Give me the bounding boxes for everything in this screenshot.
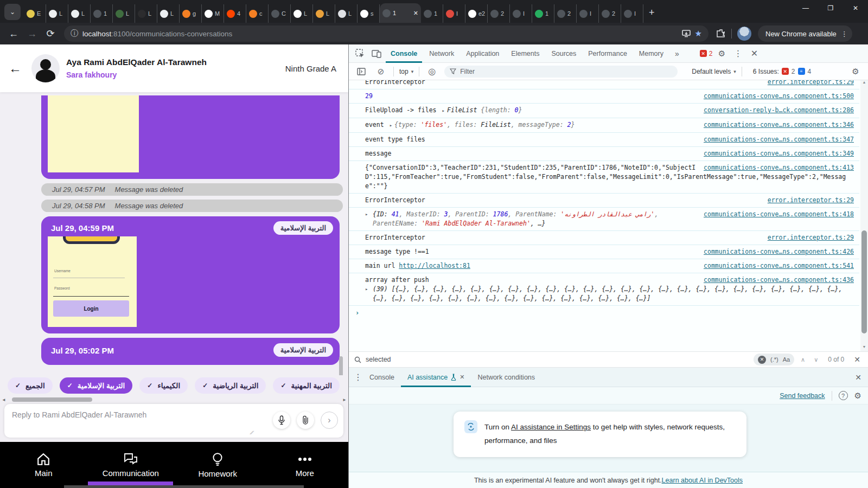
console-prompt-icon[interactable]: › (349, 306, 859, 317)
browser-tab[interactable]: E (24, 4, 46, 23)
source-link[interactable]: communications-conve…ns.component.ts:426 (704, 247, 854, 256)
drawer-tab-network-conditions[interactable]: Network conditions (471, 368, 541, 387)
expander-icon[interactable]: ▸ (390, 123, 392, 128)
browser-tab[interactable]: L (157, 4, 180, 23)
message-bubble[interactable]: Jul 29, 05:02 PM التربية الإسلامية (41, 338, 340, 365)
chip-all[interactable]: ✓الجميع (8, 377, 53, 394)
live-expression-icon[interactable]: ◎ (425, 65, 439, 79)
source-link[interactable]: error.interceptor.ts:29 (768, 80, 854, 87)
console-filter-input[interactable]: Filter (444, 66, 678, 78)
case-toggle[interactable]: Aa (783, 356, 790, 363)
browser-tab[interactable]: 1 (91, 4, 113, 23)
chip-chemistry[interactable]: ✓الكيمياء (139, 377, 188, 394)
chip-vocational-education[interactable]: ✓التربية المهنية (273, 377, 340, 394)
drawer-menu-icon[interactable]: ⋮ (353, 370, 363, 384)
log-levels-dropdown[interactable]: Default levels▾ (692, 68, 736, 75)
message-bubble[interactable] (41, 95, 340, 179)
back-button[interactable]: ← (4, 28, 23, 40)
send-feedback-link[interactable]: Send feedback (780, 392, 825, 400)
devtools-tab-console[interactable]: Console (386, 44, 422, 63)
array-preview[interactable]: ▸(39) [{…}, {…}, {…}, {…}, {…}, {…}, {…}… (365, 285, 854, 303)
devtools-tab-sources[interactable]: Sources (546, 44, 581, 63)
source-link[interactable]: communications-conve…ns.component.ts:413 (704, 163, 854, 172)
browser-tab[interactable]: 1 (532, 4, 554, 23)
learn-about-ai-link[interactable]: Learn about AI in DevTools (662, 477, 743, 484)
url-text[interactable]: localhost:8100/communications-conversati… (82, 30, 678, 38)
context-selector[interactable]: top▾ (399, 68, 413, 75)
devtools-tab-application[interactable]: Application (461, 44, 504, 63)
clear-search-icon[interactable]: ✕ (758, 356, 766, 364)
devtools-settings-icon[interactable]: ⚙ (714, 47, 729, 61)
tab-search-icon[interactable]: ⌄ (4, 4, 21, 20)
devtools-menu-icon[interactable]: ⋮ (731, 47, 745, 61)
console-error-badge[interactable]: ✕ 2 (700, 50, 713, 57)
browser-tab[interactable]: e2 (465, 4, 488, 23)
source-link[interactable]: communications-conve…ns.component.ts:541 (704, 261, 854, 271)
devtools-tab-memory[interactable]: Memory (634, 44, 668, 63)
site-info-icon[interactable]: ⓘ (71, 29, 78, 38)
expander-icon[interactable]: ▸ (365, 210, 368, 219)
browser-tab[interactable]: I (621, 4, 643, 23)
devtools-tab-elements[interactable]: Elements (506, 44, 544, 63)
app-back-icon[interactable]: ← (9, 61, 22, 76)
attachment-image[interactable] (48, 95, 139, 172)
browser-tab[interactable]: L (135, 4, 157, 23)
nav-main[interactable]: Main (0, 442, 87, 488)
browser-tab[interactable]: L (335, 4, 358, 23)
attach-button[interactable] (297, 412, 314, 429)
minimize-button[interactable]: — (793, 0, 818, 16)
scroll-left-icon[interactable]: ◄ (0, 397, 8, 402)
attachment-image-login[interactable]: Username Password Login (48, 236, 137, 327)
browser-tab-active[interactable]: 1✕ (380, 3, 421, 23)
update-chrome-button[interactable]: New Chrome available ⋮ (758, 25, 852, 42)
browser-tab[interactable]: 1 (421, 4, 443, 23)
source-link[interactable]: communications-conve…ns.component.ts:347 (704, 135, 854, 144)
resize-grip-icon[interactable]: ∕∕ (250, 430, 254, 435)
more-tabs-icon[interactable]: » (671, 49, 684, 58)
scroll-up-icon[interactable]: ▲ (863, 80, 866, 87)
devtools-tab-performance[interactable]: Performance (583, 44, 632, 63)
search-next-icon[interactable]: ∨ (812, 356, 820, 363)
chip-physical-education[interactable]: ✓التربية الرياضية (195, 377, 266, 394)
browser-tab[interactable]: g (180, 4, 202, 23)
browser-tab[interactable]: 2 (599, 4, 621, 23)
chips-scrollbar[interactable]: ◄ ► (0, 397, 348, 402)
scroll-right-icon[interactable]: ► (341, 397, 348, 402)
browser-tab[interactable]: 2 (488, 4, 510, 23)
console-sidebar-icon[interactable] (354, 65, 368, 79)
scrollbar-thumb[interactable] (861, 230, 867, 333)
browser-tab[interactable]: I (510, 4, 532, 23)
source-link[interactable]: communications-conve…ns.component.ts:436 (704, 275, 854, 285)
source-link[interactable]: communications-conve…ns.component.ts:500 (704, 92, 854, 101)
address-bar[interactable]: ⓘ localhost:8100/communications-conversa… (64, 25, 709, 42)
browser-tab[interactable]: L (68, 4, 91, 23)
chip-islamic-education[interactable]: ✓التربية الإسلامية (60, 377, 133, 394)
browser-tab[interactable]: L (113, 4, 135, 23)
extensions-icon[interactable] (716, 29, 726, 38)
drawer-tab-console[interactable]: Console (363, 368, 401, 387)
browser-menu-icon[interactable]: ⋮ (841, 30, 848, 38)
scrollbar-thumb[interactable] (12, 397, 92, 402)
clear-console-icon[interactable]: ⊘ (374, 65, 388, 79)
drawer-tab-ai-assistance[interactable]: AI assistance ✕ (401, 368, 471, 387)
source-link[interactable]: conversation-reply-b…ck.component.ts:286 (704, 106, 854, 115)
scroll-down-icon[interactable]: ▼ (863, 345, 866, 351)
regex-toggle[interactable]: (.*) (770, 356, 778, 363)
maximize-button[interactable]: ❐ (818, 0, 843, 16)
mic-button[interactable] (273, 412, 290, 429)
source-link[interactable]: error.interceptor.ts:29 (768, 233, 854, 242)
help-icon[interactable]: ? (839, 391, 848, 400)
expander-icon[interactable]: ▸ (442, 108, 445, 113)
reply-box[interactable]: Reply to Rami AbdElQader Al-Tarawneh › ∕… (4, 404, 343, 438)
browser-tab[interactable]: L (291, 4, 313, 23)
new-tab-button[interactable]: + (649, 7, 655, 18)
source-link[interactable]: communications-conve…ns.component.ts:418 (704, 210, 854, 219)
logged-url-link[interactable]: http://localhost:81 (399, 262, 470, 269)
console-log[interactable]: error.interceptor.ts:29 ErrorInterceptor… (349, 80, 868, 351)
send-button[interactable]: › (321, 412, 338, 429)
install-app-icon[interactable] (682, 30, 691, 37)
browser-tab[interactable]: L (46, 4, 68, 23)
source-link[interactable]: communications-conve…ns.component.ts:349 (704, 149, 854, 158)
message-bubble[interactable]: Jul 29, 04:59 PM التربية الإسلامية Usern… (41, 216, 340, 333)
browser-tab[interactable]: 2 (554, 4, 577, 23)
